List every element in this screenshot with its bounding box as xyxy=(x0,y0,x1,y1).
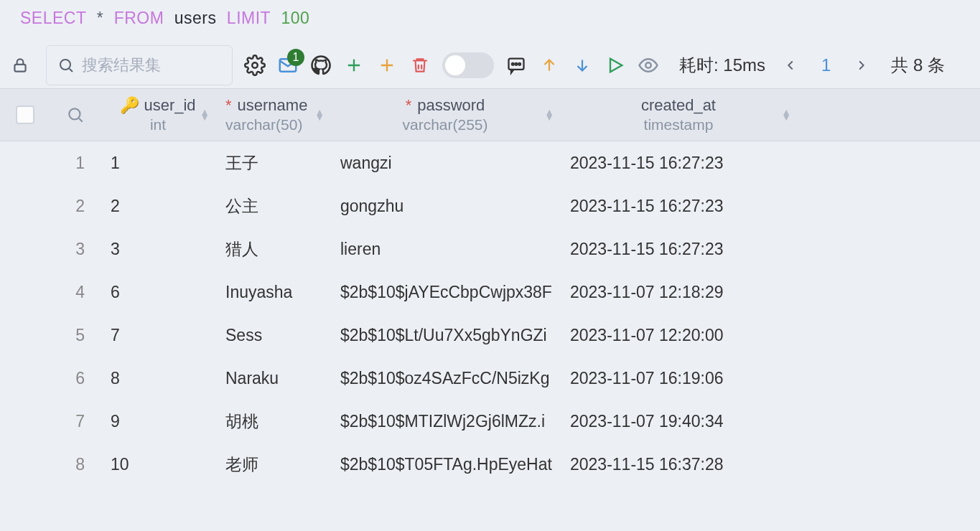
cell-user_id[interactable]: 8 xyxy=(101,369,215,388)
cell-created_at[interactable]: 2023-11-15 16:27:23 xyxy=(560,240,797,259)
sort-icon[interactable]: ▲▼ xyxy=(200,110,210,120)
add-orange-icon[interactable] xyxy=(376,55,398,76)
sql-keyword-select: SELECT xyxy=(20,9,86,27)
row-index: 1 xyxy=(50,154,101,173)
svg-point-6 xyxy=(515,63,518,65)
search-icon xyxy=(57,55,75,76)
cell-created_at[interactable]: 2023-11-07 12:20:00 xyxy=(560,326,797,345)
comment-icon[interactable] xyxy=(505,55,527,76)
cell-password[interactable]: $2b$10$Lt/Uu7Xx5gbYnGZi xyxy=(330,326,560,345)
cell-user_id[interactable]: 9 xyxy=(101,412,215,431)
table-row[interactable]: 79胡桃$2b$10$MTIZlWj2Gj6lMZz.i2023-11-07 1… xyxy=(0,400,980,443)
svg-point-1 xyxy=(60,60,70,70)
svg-point-7 xyxy=(518,63,521,65)
cell-username[interactable]: 胡桃 xyxy=(215,410,330,433)
table-row[interactable]: 22公主gongzhu2023-11-15 16:27:23 xyxy=(0,184,980,227)
cell-password[interactable]: $2b$10$jAYEcCbpCwjpx38F xyxy=(330,283,560,302)
cell-password[interactable]: gongzhu xyxy=(330,197,560,216)
elapsed-label: 耗时: 15ms xyxy=(679,54,765,77)
cell-created_at[interactable]: 2023-11-07 12:18:29 xyxy=(560,283,797,302)
arrow-up-icon[interactable] xyxy=(538,55,560,76)
toggle-switch[interactable] xyxy=(442,52,494,78)
cell-username[interactable]: 王子 xyxy=(215,152,330,174)
gear-icon[interactable] xyxy=(244,55,266,76)
cell-created_at[interactable]: 2023-11-07 19:40:34 xyxy=(560,412,797,431)
col-password[interactable]: *password varchar(255) ▲▼ xyxy=(330,89,560,141)
mail-icon[interactable]: 1 xyxy=(277,55,299,76)
cell-username[interactable]: 公主 xyxy=(215,195,330,217)
cell-username[interactable]: 猎人 xyxy=(215,238,330,260)
svg-point-5 xyxy=(512,63,514,65)
col-created_at[interactable]: created_at timestamp ▲▼ xyxy=(560,89,797,141)
cell-password[interactable]: wangzi xyxy=(330,154,560,173)
total-count: 共 8 条 xyxy=(891,54,945,77)
key-icon: 🔑 xyxy=(120,96,139,115)
cell-user_id[interactable]: 1 xyxy=(101,154,215,173)
sql-keyword-limit: LIMIT xyxy=(227,9,271,27)
header-search-icon[interactable] xyxy=(50,89,101,141)
table-row[interactable]: 11王子wangzi2023-11-15 16:27:23 xyxy=(0,141,980,184)
cell-password[interactable]: lieren xyxy=(330,240,560,259)
header-select-all[interactable] xyxy=(0,89,50,141)
next-page-icon[interactable] xyxy=(851,55,872,76)
cell-username[interactable]: Inuyasha xyxy=(215,283,330,302)
toolbar: 1 耗时: 15ms 1 共 8 条 xyxy=(0,42,980,88)
col-username[interactable]: *username varchar(50) ▲▼ xyxy=(215,89,330,141)
run-icon[interactable] xyxy=(605,55,626,76)
cell-password[interactable]: $2b$10$MTIZlWj2Gj6lMZz.i xyxy=(330,412,560,431)
grid-header: 🔑user_id int ▲▼ *username varchar(50) ▲▼… xyxy=(0,88,980,141)
sort-icon[interactable]: ▲▼ xyxy=(544,110,554,120)
result-grid: 🔑user_id int ▲▼ *username varchar(50) ▲▼… xyxy=(0,88,980,486)
search-input[interactable] xyxy=(82,56,222,75)
sql-table: users xyxy=(174,9,217,27)
svg-point-2 xyxy=(252,62,258,68)
add-green-icon[interactable] xyxy=(343,55,365,76)
svg-point-8 xyxy=(645,62,651,68)
cell-created_at[interactable]: 2023-11-07 16:19:06 xyxy=(560,369,797,388)
sql-query[interactable]: SELECT * FROM users LIMIT 100 xyxy=(0,0,980,42)
cell-user_id[interactable]: 7 xyxy=(101,326,215,345)
table-row[interactable]: 810老师$2b$10$T05FTAg.HpEyeHat2023-11-15 1… xyxy=(0,443,980,486)
svg-point-9 xyxy=(69,108,80,119)
row-index: 6 xyxy=(50,369,101,388)
sort-icon[interactable]: ▲▼ xyxy=(314,110,325,120)
page-number: 1 xyxy=(816,55,836,75)
lock-icon[interactable] xyxy=(6,55,34,76)
row-index: 8 xyxy=(50,455,101,474)
cell-created_at[interactable]: 2023-11-15 16:37:28 xyxy=(560,455,797,474)
col-user_id[interactable]: 🔑user_id int ▲▼ xyxy=(101,89,215,141)
table-row[interactable]: 57Sess$2b$10$Lt/Uu7Xx5gbYnGZi2023-11-07 … xyxy=(0,314,980,357)
cell-user_id[interactable]: 3 xyxy=(101,240,215,259)
cell-user_id[interactable]: 2 xyxy=(101,197,215,216)
cell-created_at[interactable]: 2023-11-15 16:27:23 xyxy=(560,154,797,173)
mail-badge: 1 xyxy=(287,49,304,66)
row-index: 7 xyxy=(50,412,101,431)
row-index: 3 xyxy=(50,240,101,259)
sql-limit-num: 100 xyxy=(281,9,309,27)
eye-icon[interactable] xyxy=(638,55,659,76)
cell-username[interactable]: Sess xyxy=(215,326,330,345)
row-index: 5 xyxy=(50,326,101,345)
arrow-down-icon[interactable] xyxy=(571,55,593,76)
cell-username[interactable]: 老师 xyxy=(215,454,330,476)
cell-password[interactable]: $2b$10$oz4SAzFcC/N5izKg xyxy=(330,369,560,388)
github-icon[interactable] xyxy=(310,55,332,76)
status-bar: 耗时: 15ms 1 共 8 条 xyxy=(679,54,945,77)
row-index: 2 xyxy=(50,197,101,216)
svg-rect-0 xyxy=(14,65,25,72)
cell-password[interactable]: $2b$10$T05FTAg.HpEyeHat xyxy=(330,455,560,474)
sort-icon[interactable]: ▲▼ xyxy=(781,110,791,120)
sql-keyword-from: FROM xyxy=(114,9,164,27)
row-index: 4 xyxy=(50,283,101,302)
search-box[interactable] xyxy=(46,45,233,85)
table-row[interactable]: 33猎人lieren2023-11-15 16:27:23 xyxy=(0,227,980,271)
cell-user_id[interactable]: 6 xyxy=(101,283,215,302)
cell-user_id[interactable]: 10 xyxy=(101,455,215,474)
cell-created_at[interactable]: 2023-11-15 16:27:23 xyxy=(560,197,797,216)
prev-page-icon[interactable] xyxy=(780,55,801,76)
sql-star: * xyxy=(97,9,103,27)
table-row[interactable]: 68Naraku$2b$10$oz4SAzFcC/N5izKg2023-11-0… xyxy=(0,357,980,400)
delete-icon[interactable] xyxy=(409,55,431,76)
table-row[interactable]: 46Inuyasha$2b$10$jAYEcCbpCwjpx38F2023-11… xyxy=(0,271,980,314)
cell-username[interactable]: Naraku xyxy=(215,369,330,388)
